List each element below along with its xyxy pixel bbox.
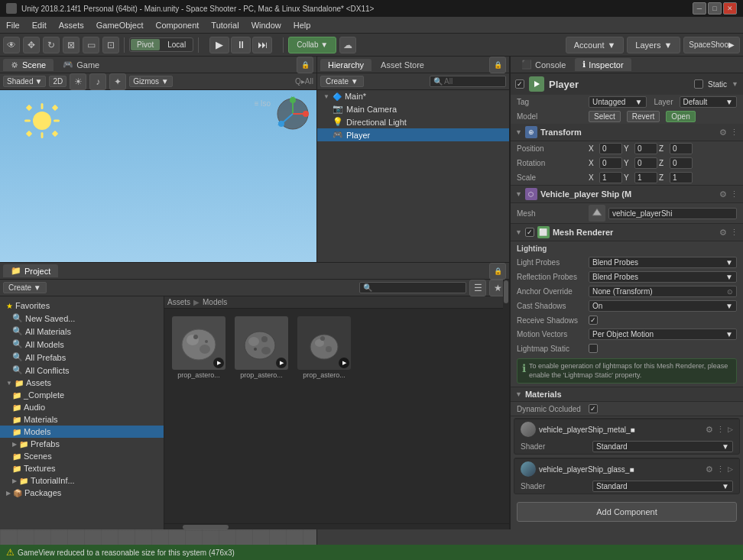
position-y-field[interactable]: 0 xyxy=(634,143,657,154)
tree-materials[interactable]: 📁 Materials xyxy=(0,413,164,426)
material-2-more-icon[interactable]: ⋮ xyxy=(716,465,725,474)
hier-item-player[interactable]: 🎮 Player xyxy=(317,128,509,141)
receive-shadows-checkbox[interactable] xyxy=(589,316,598,325)
close-button[interactable]: ✕ xyxy=(723,2,737,15)
vehicle-settings-icon[interactable]: ⚙ xyxy=(719,189,727,199)
scene-lock-icon[interactable]: 🔒 xyxy=(297,57,313,73)
pause-button[interactable]: ⏸ xyxy=(231,37,251,53)
mesh-renderer-more-icon[interactable]: ⋮ xyxy=(730,228,738,238)
file-3-play-icon[interactable]: ▶ xyxy=(339,358,349,368)
tree-models[interactable]: 📁 Models xyxy=(0,426,164,438)
scale-z-field[interactable]: 1 xyxy=(670,172,693,183)
menu-component[interactable]: Component xyxy=(149,18,205,32)
material-2-edit-icon[interactable]: ⚙ xyxy=(706,465,713,474)
breadcrumb-assets[interactable]: Assets xyxy=(167,298,190,306)
tree-all-models[interactable]: 🔍 All Models xyxy=(0,338,164,351)
menu-gameobject[interactable]: GameObject xyxy=(90,18,150,32)
menu-help[interactable]: Help xyxy=(287,18,317,32)
file-item-asteroid-1[interactable]: ▶ prop_astero... xyxy=(169,313,229,382)
rotate-tool-button[interactable]: ↻ xyxy=(43,37,60,53)
tab-asset-store[interactable]: Asset Store xyxy=(373,59,432,71)
tag-dropdown[interactable]: Untagged ▼ xyxy=(589,96,647,108)
material-2-shader-dropdown[interactable]: Standard ▼ xyxy=(592,481,733,492)
tab-console[interactable]: ⬛ Console xyxy=(514,58,573,71)
mesh-value-field[interactable]: vehicle_playerShi xyxy=(608,208,737,219)
rotation-y-field[interactable]: 0 xyxy=(634,157,657,169)
material-1-shader-dropdown[interactable]: Standard ▼ xyxy=(592,441,733,452)
player-enabled-checkbox[interactable] xyxy=(515,79,524,89)
model-open-button[interactable]: Open xyxy=(666,111,695,122)
menu-tutorial[interactable]: Tutorial xyxy=(205,18,245,32)
project-horizontal-scrollbar[interactable] xyxy=(164,523,509,529)
tab-inspector[interactable]: ℹ Inspector xyxy=(575,58,631,71)
tab-hierarchy[interactable]: Hierarchy xyxy=(320,59,372,71)
tree-favorites[interactable]: ★ Favorites xyxy=(0,299,164,312)
rotation-z-field[interactable]: 0 xyxy=(670,157,693,169)
hier-item-camera[interactable]: 📷 Main Camera xyxy=(317,102,509,115)
hier-item-main[interactable]: ▼ 🔷 Main* xyxy=(317,90,509,102)
project-lock-icon[interactable]: 🔒 xyxy=(489,263,506,280)
tree-all-materials[interactable]: 🔍 All Materials xyxy=(0,325,164,338)
cloud-button[interactable]: ☁ xyxy=(339,37,356,53)
menu-assets[interactable]: Assets xyxy=(53,18,90,32)
rect-tool-button[interactable]: ▭ xyxy=(83,37,99,53)
gizmos-dropdown[interactable]: Gizmos ▼ xyxy=(129,76,173,87)
hierarchy-lock-icon[interactable]: 🔒 xyxy=(489,57,506,73)
tree-prefabs[interactable]: ▶ 📁 Prefabs xyxy=(0,438,164,450)
layers-button[interactable]: Layers ▼ xyxy=(627,37,680,53)
tree-assets[interactable]: ▼ 📁 Assets xyxy=(0,377,164,389)
lightmap-static-checkbox[interactable] xyxy=(589,344,598,353)
2d-button[interactable]: 2D xyxy=(49,76,67,87)
vehicle-ship-header[interactable]: ▼ ⬡ Vehicle_player Ship (M ⚙ ⋮ xyxy=(511,186,743,203)
tab-scene[interactable]: ⛭ Scene xyxy=(3,59,54,71)
project-search-input[interactable]: 🔍 xyxy=(359,282,466,293)
transform-header[interactable]: ▼ ⊕ Transform ⚙ ⋮ xyxy=(511,124,743,141)
mesh-renderer-enabled-checkbox[interactable] xyxy=(525,228,534,237)
tree-new-saved[interactable]: 🔍 New Saved... xyxy=(0,312,164,325)
local-button[interactable]: Local xyxy=(161,39,192,50)
project-filter-icon[interactable]: ☰ xyxy=(469,280,486,296)
mesh-renderer-settings-icon[interactable]: ⚙ xyxy=(719,228,727,238)
file-item-asteroid-3[interactable]: ▶ prop_astero... xyxy=(294,313,354,382)
mesh-renderer-header[interactable]: ▼ ⬜ Mesh Renderer ⚙ ⋮ xyxy=(511,224,743,241)
shading-dropdown[interactable]: Shaded ▼ xyxy=(3,76,46,87)
hierarchy-create-button[interactable]: Create ▼ xyxy=(320,76,364,87)
maximize-button[interactable]: □ xyxy=(708,2,722,15)
tree-all-prefabs[interactable]: 🔍 All Prefabs xyxy=(0,351,164,364)
layer-dropdown[interactable]: Default ▼ xyxy=(680,96,738,108)
tab-game[interactable]: 🎮 Game xyxy=(55,58,107,71)
model-select-button[interactable]: Select xyxy=(589,111,621,122)
material-2-expand-icon[interactable]: ▷ xyxy=(728,465,733,473)
tree-scenes[interactable]: 📁 Scenes xyxy=(0,450,164,462)
material-1-expand-icon[interactable]: ▷ xyxy=(728,426,733,433)
play-button[interactable]: ▶ xyxy=(209,37,229,53)
file-1-play-icon[interactable]: ▶ xyxy=(213,358,224,368)
file-2-play-icon[interactable]: ▶ xyxy=(276,358,287,368)
file-item-asteroid-2[interactable]: ▶ prop_astero... xyxy=(232,313,291,382)
tab-project[interactable]: 📁 Project xyxy=(3,264,58,277)
hier-item-light[interactable]: 💡 Directional Light xyxy=(317,115,509,128)
motion-vectors-dropdown[interactable]: Per Object Motion ▼ xyxy=(589,329,737,340)
vehicle-more-icon[interactable]: ⋮ xyxy=(730,189,738,199)
pivot-button[interactable]: Pivot xyxy=(131,39,160,50)
lighting-toggle[interactable]: ☀ xyxy=(70,73,86,90)
tree-tutorial-info[interactable]: ▶ 📁 TutorialInf... xyxy=(0,474,164,487)
transform-tool-button[interactable]: ⊡ xyxy=(102,37,119,53)
menu-window[interactable]: Window xyxy=(245,18,287,32)
collab-button[interactable]: Collab ▼ xyxy=(288,37,336,53)
material-1-more-icon[interactable]: ⋮ xyxy=(716,425,725,435)
anchor-override-dropdown[interactable]: None (Transform) ⊙ xyxy=(589,286,737,297)
breadcrumb-models[interactable]: Models xyxy=(203,298,227,306)
tree-all-conflicts[interactable]: 🔍 All Conflicts xyxy=(0,364,164,377)
project-vertical-scrollbar[interactable] xyxy=(503,296,509,523)
menu-edit[interactable]: Edit xyxy=(26,18,53,32)
tree-packages[interactable]: ▶ 📦 Packages xyxy=(0,487,164,499)
hierarchy-search[interactable]: 🔍 All xyxy=(430,76,506,87)
model-revert-button[interactable]: Revert xyxy=(627,111,660,122)
minimize-button[interactable]: ─ xyxy=(693,2,706,15)
material-1-edit-icon[interactable]: ⚙ xyxy=(706,425,713,435)
step-button[interactable]: ⏭ xyxy=(252,37,272,53)
eye-tool-button[interactable]: 👁 xyxy=(3,37,20,53)
scale-x-field[interactable]: 1 xyxy=(599,172,622,183)
cast-shadows-dropdown[interactable]: On ▼ xyxy=(589,300,737,312)
